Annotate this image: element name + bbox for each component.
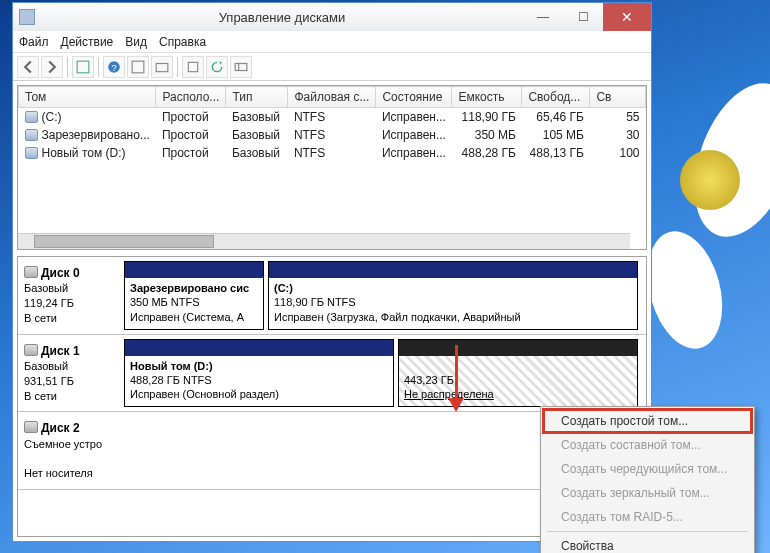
- toolbar-icon[interactable]: [127, 56, 149, 78]
- ctx-separator: [547, 531, 748, 532]
- ctx-create-mirror-volume[interactable]: Создать зеркальный том...: [543, 481, 752, 505]
- disk-row: Диск 1 Базовый 931,51 ГБ В сети Новый то…: [18, 335, 646, 413]
- toolbar-icon[interactable]: [72, 56, 94, 78]
- ctx-create-raid5-volume[interactable]: Создать том RAID-5...: [543, 505, 752, 529]
- toolbar-separator: [177, 57, 178, 77]
- minimize-button[interactable]: —: [523, 3, 563, 31]
- disk-info[interactable]: Диск 0 Базовый 119,24 ГБ В сети: [22, 261, 124, 330]
- disk-info[interactable]: Диск 2 Съемное устро Нет носителя: [22, 416, 124, 485]
- col-volume[interactable]: Том: [19, 87, 156, 108]
- horizontal-scrollbar[interactable]: [18, 233, 630, 249]
- flower-center: [680, 150, 740, 210]
- col-free[interactable]: Свобод...: [522, 87, 590, 108]
- partition-header: [125, 262, 263, 278]
- svg-rect-3: [132, 61, 144, 73]
- col-pct[interactable]: Св: [590, 87, 646, 108]
- disk-icon: [24, 266, 38, 278]
- volume-icon: [25, 129, 38, 141]
- ctx-create-striped-volume[interactable]: Создать чередующийся том...: [543, 457, 752, 481]
- scrollbar-thumb[interactable]: [34, 235, 214, 248]
- disk-row: Диск 0 Базовый 119,24 ГБ В сети Зарезерв…: [18, 257, 646, 335]
- svg-text:?: ?: [111, 62, 116, 72]
- svg-rect-5: [188, 62, 197, 71]
- menu-action[interactable]: Действие: [61, 35, 114, 49]
- col-status[interactable]: Состояние: [376, 87, 452, 108]
- forward-button[interactable]: [41, 56, 63, 78]
- partition-header: [125, 340, 393, 356]
- ctx-create-simple-volume[interactable]: Создать простой том...: [543, 409, 752, 433]
- volume-row[interactable]: Зарезервировано... Простой Базовый NTFS …: [19, 126, 646, 144]
- toolbar-icon[interactable]: [151, 56, 173, 78]
- back-button[interactable]: [17, 56, 39, 78]
- col-fs[interactable]: Файловая с...: [288, 87, 376, 108]
- toolbar-separator: [67, 57, 68, 77]
- partition-d[interactable]: Новый том (D:) 488,28 ГБ NTFS Исправен (…: [124, 339, 394, 408]
- titlebar[interactable]: Управление дисками — ☐ ✕: [13, 3, 651, 31]
- col-type[interactable]: Тип: [226, 87, 288, 108]
- partition-unallocated[interactable]: 443,23 ГБ Не распределена: [398, 339, 638, 408]
- partition-system-reserved[interactable]: Зарезервировано сис 350 МБ NTFS Исправен…: [124, 261, 264, 330]
- menubar: Файл Действие Вид Справка: [13, 31, 651, 53]
- menu-help[interactable]: Справка: [159, 35, 206, 49]
- toolbar-separator: [98, 57, 99, 77]
- toolbar-icon[interactable]: [230, 56, 252, 78]
- svg-rect-6: [235, 63, 247, 70]
- help-icon[interactable]: ?: [103, 56, 125, 78]
- toolbar: ?: [13, 53, 651, 81]
- partition-c[interactable]: (C:) 118,90 ГБ NTFS Исправен (Загрузка, …: [268, 261, 638, 330]
- disk-icon: [24, 421, 38, 433]
- volume-icon: [25, 147, 38, 159]
- context-menu: Создать простой том... Создать составной…: [540, 406, 755, 553]
- svg-rect-0: [77, 61, 89, 73]
- close-button[interactable]: ✕: [603, 3, 651, 31]
- volume-list[interactable]: Том Располо... Тип Файловая с... Состоян…: [17, 85, 647, 250]
- partition-header: [399, 340, 637, 356]
- volume-row[interactable]: (C:) Простой Базовый NTFS Исправен... 11…: [19, 108, 646, 127]
- toolbar-icon[interactable]: [182, 56, 204, 78]
- disk-icon: [24, 344, 38, 356]
- maximize-button[interactable]: ☐: [563, 3, 603, 31]
- window-title: Управление дисками: [41, 10, 523, 25]
- volume-icon: [25, 111, 38, 123]
- menu-file[interactable]: Файл: [19, 35, 49, 49]
- app-icon: [19, 9, 35, 25]
- col-layout[interactable]: Располо...: [156, 87, 226, 108]
- partition-header: [269, 262, 637, 278]
- volume-row[interactable]: Новый том (D:) Простой Базовый NTFS Испр…: [19, 144, 646, 162]
- ctx-create-spanned-volume[interactable]: Создать составной том...: [543, 433, 752, 457]
- ctx-properties[interactable]: Свойства: [543, 534, 752, 553]
- refresh-icon[interactable]: [206, 56, 228, 78]
- col-capacity[interactable]: Емкость: [452, 87, 522, 108]
- disk-info[interactable]: Диск 1 Базовый 931,51 ГБ В сети: [22, 339, 124, 408]
- svg-rect-4: [156, 63, 168, 71]
- menu-view[interactable]: Вид: [125, 35, 147, 49]
